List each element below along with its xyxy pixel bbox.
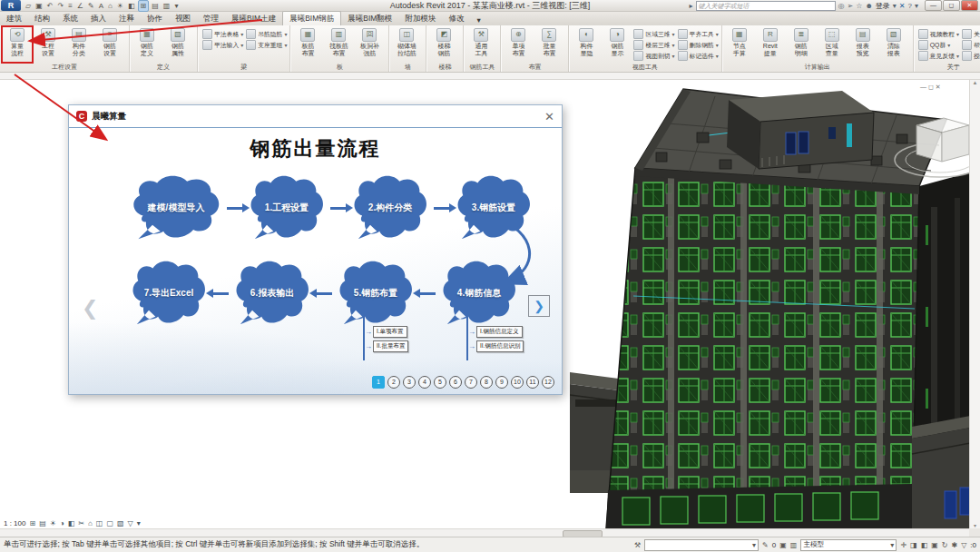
open-icon[interactable]: ▱ [24, 1, 33, 11]
ribbon-small-button[interactable]: 授权▾ [962, 51, 980, 61]
carousel-next-button[interactable]: ❯ [528, 295, 550, 317]
ribbon-tab[interactable]: 晨曦BIM翻模 [341, 12, 398, 25]
sign-in-dropdown-icon[interactable]: ▾ [893, 2, 897, 10]
redo-icon[interactable]: ↷ [55, 1, 65, 11]
switch-windows-icon[interactable]: ▥ [162, 1, 172, 11]
account-icon[interactable]: ☻ [865, 2, 872, 10]
more-icon[interactable]: ▾ [137, 519, 141, 527]
ribbon-button[interactable]: 回板洞补 强筋 [355, 27, 384, 62]
editing-requests-icon[interactable]: ✎ [762, 541, 769, 549]
ribbon-button[interactable]: ▦板筋 布置 [293, 27, 322, 62]
ribbon-small-button[interactable]: 区域三维▾ [633, 29, 674, 39]
favorites-icon[interactable]: ☆ [856, 2, 862, 10]
close-hidden-icon[interactable]: ▤ [150, 1, 161, 11]
ribbon-small-button[interactable]: 视频教程▾ [918, 29, 959, 39]
ribbon-button[interactable]: ⬚区域 查量 [818, 27, 847, 62]
ribbon-small-button[interactable]: 帮助▾ [962, 40, 980, 50]
horizontal-scrollbar[interactable] [0, 528, 969, 537]
dialog-close-icon[interactable]: ✕ [544, 111, 554, 123]
ribbon-tab[interactable]: 视图 [169, 12, 197, 25]
default-3d-view-icon[interactable]: ⌂ [106, 1, 114, 11]
ribbon-button[interactable]: ⚒通用 工具 [466, 27, 495, 62]
ribbon-small-button[interactable]: 关于▾ [962, 29, 980, 39]
tag-icon[interactable]: ✎ [86, 1, 96, 11]
constraints-icon[interactable]: ▽ [128, 519, 133, 527]
help-dropdown-icon[interactable]: ▾ [915, 2, 918, 10]
detail-level-icon[interactable]: ▤ [39, 519, 46, 527]
ribbon-button[interactable]: ≡钢筋 设置 [95, 27, 124, 62]
page-dot[interactable]: 8 [480, 376, 493, 389]
search-caret-icon[interactable]: ▸ [690, 2, 693, 10]
view-minimize-icon[interactable]: — [920, 84, 926, 91]
ribbon-button[interactable]: ◑钢筋 显示 [603, 27, 632, 62]
select-by-face-icon[interactable]: ↻ [942, 541, 948, 549]
help-icon[interactable]: ? [908, 2, 912, 10]
ribbon-tab[interactable]: 注释 [113, 12, 141, 25]
reveal-hidden-icon[interactable]: ▢ [106, 519, 113, 527]
sun-icon[interactable]: ☀ [50, 519, 56, 527]
ribbon-tab[interactable]: ▾ [470, 14, 486, 25]
ribbon-tab[interactable]: 建筑 [0, 12, 28, 25]
page-dot[interactable]: 7 [465, 376, 477, 389]
ribbon-small-button[interactable]: QQ群▾ [918, 40, 959, 50]
page-dot[interactable]: 10 [511, 376, 524, 389]
ribbon-small-button[interactable]: 标记选件▾ [678, 51, 719, 61]
crop-view-icon[interactable]: ◧ [68, 519, 75, 527]
ribbon-small-button[interactable]: 支座重组▾ [246, 40, 287, 50]
design-option-select[interactable]: 主模型▾ [800, 539, 897, 551]
ribbon-tab[interactable]: 管理 [197, 12, 225, 25]
sun-path-icon[interactable]: ☀ [115, 1, 125, 11]
ribbon-button[interactable]: ≣钢筋 明细 [787, 27, 816, 62]
exchange-apps-icon[interactable]: ✕ [899, 2, 906, 10]
page-dot[interactable]: 5 [434, 376, 446, 389]
selection-filter-icon[interactable]: ▽ [961, 541, 966, 549]
ribbon-tab[interactable]: 附加模块 [398, 12, 442, 25]
ribbon-button[interactable]: ▧钢筋 属性 [163, 27, 192, 62]
select-links-icon[interactable]: ◨ [910, 541, 917, 549]
worksets-icon[interactable]: ⚒ [634, 541, 641, 549]
ribbon-button[interactable]: ▦钢筋 定义 [132, 27, 162, 62]
press-drag-icon[interactable]: ✛ [900, 541, 906, 549]
ribbon-button[interactable]: ◩楼梯 钢筋 [429, 27, 458, 62]
page-dot[interactable]: 1 [372, 376, 385, 389]
ribbon-tab[interactable]: 系统 [56, 12, 84, 25]
ribbon-button[interactable]: ◫砌体墙 拉结筋 [392, 27, 421, 62]
page-dot[interactable]: 12 [542, 376, 554, 389]
ribbon-tab[interactable]: 晨曦BIM钢筋 [282, 11, 341, 25]
measure-icon[interactable]: ∠ [75, 1, 85, 11]
sign-in-button[interactable]: 登录 [876, 1, 890, 11]
crop-region-icon[interactable]: ✂ [78, 519, 84, 527]
ribbon-small-button[interactable]: 吊筋隐筋▾ [246, 29, 287, 39]
print-icon[interactable]: ≡ [66, 1, 74, 11]
select-underlay-icon[interactable]: ◧ [921, 541, 928, 549]
subscription-icon[interactable]: ➢ [848, 2, 854, 10]
page-dot[interactable]: 3 [403, 376, 416, 389]
minimize-button[interactable]: — [925, 0, 942, 11]
ribbon-small-button[interactable]: 平法表格▾ [202, 29, 243, 39]
ribbon-button[interactable]: ◐构件 显隐 [572, 27, 601, 62]
worksharing-display-icon[interactable]: ▧ [117, 519, 124, 527]
scale-button[interactable]: 1 : 100 [4, 519, 25, 527]
save-icon[interactable]: ▣ [34, 1, 44, 11]
select-pinned-icon[interactable]: ▣ [931, 541, 938, 549]
undo-icon[interactable]: ↶ [45, 1, 55, 11]
vertical-scrollbar[interactable]: ▲ ▾ [969, 80, 980, 528]
ribbon-small-button[interactable]: 平法输入▾ [202, 40, 243, 50]
search-icon[interactable]: ◎ [838, 2, 845, 10]
page-dot[interactable]: 6 [449, 376, 462, 389]
thin-lines-icon[interactable]: ⊞ [138, 0, 150, 12]
ribbon-button[interactable]: ▤构件 分类 [64, 27, 93, 62]
page-dot[interactable]: 9 [495, 376, 508, 389]
building-model-3d[interactable] [570, 80, 980, 528]
revit-app-menu[interactable]: R [1, 0, 21, 11]
section-icon[interactable]: ◧ [126, 1, 137, 11]
visual-style-icon[interactable]: ⊞ [29, 519, 35, 527]
ribbon-small-button[interactable]: 楼层三维▾ [633, 40, 674, 50]
page-dot[interactable]: 2 [387, 376, 400, 389]
ribbon-button[interactable]: ▧清除 报表 [879, 27, 908, 62]
ribbon-tab[interactable]: 结构 [28, 12, 56, 25]
status-toggle2-icon[interactable]: ▥ [790, 541, 798, 549]
text-icon[interactable]: A [97, 1, 105, 11]
scroll-down-icon[interactable]: ▾ [974, 522, 976, 528]
ribbon-button[interactable]: ⚒工程 设置 [34, 27, 63, 62]
